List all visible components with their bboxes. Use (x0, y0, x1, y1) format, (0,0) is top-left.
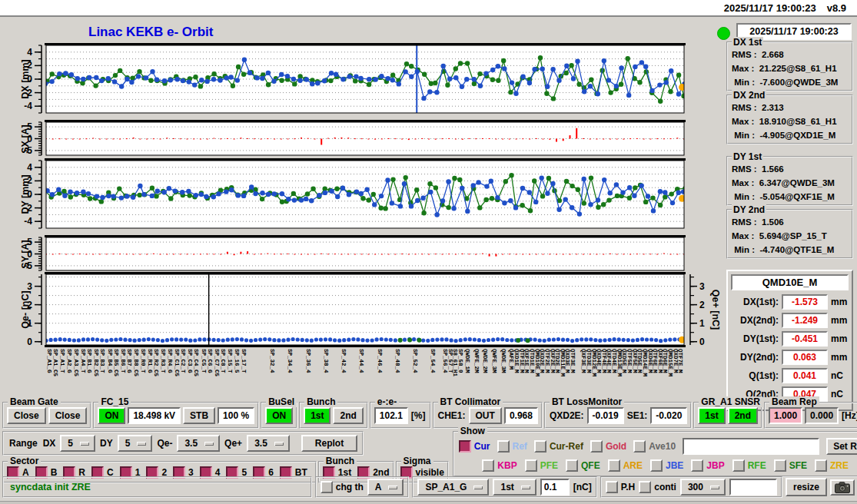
range-dy-select[interactable]: 5 (118, 435, 153, 452)
qxd2e-label: QXD2E: (549, 410, 585, 421)
show-cur-checkbox[interactable]: Cur (459, 440, 490, 453)
control-panel: Beam Gate Close Close FC_15 ON 18.498 kV… (0, 396, 857, 483)
replot-button[interactable]: Replot (301, 435, 357, 452)
monitor-select[interactable]: SP_A1_G (417, 479, 489, 496)
beam-gate-close2-button[interactable]: Close (48, 407, 88, 424)
bunch-1st-button[interactable]: 1st (304, 407, 331, 424)
svg-text:3: 3 (27, 281, 32, 292)
window-titlebar: 2025/11/17 19:00:23 v8.9 (0, 0, 857, 17)
bt-lossmonitor-group: BT LossMonitor QXD2E: -0.019 SE1: -0.020 (544, 402, 692, 429)
range-qem-select[interactable]: 3.5 (177, 435, 220, 452)
svg-text:SY [A]: SY [A] (20, 240, 31, 268)
svg-text:QWFE_2M: QWFE_2M (473, 349, 480, 373)
status-led-icon (717, 27, 730, 40)
svg-text:SP_36_4: SP_36_4 (305, 349, 311, 373)
show-kbp-checkbox[interactable]: KBP (482, 459, 517, 472)
show-rfe-checkbox[interactable]: RFE (732, 459, 766, 472)
checkbox-icon (633, 440, 646, 453)
fc15-on-button[interactable]: ON (98, 407, 125, 424)
ph-checkbox[interactable]: P.H (606, 481, 635, 493)
svg-text:SP_C4_C5: SP_C4_C5 (193, 349, 199, 377)
fc15-kv-value: 18.498 kV (128, 407, 181, 424)
beam-rep-value-1: 1.000 (769, 407, 802, 424)
bunch-group: Bunch 1st 2nd (299, 402, 368, 429)
count-input[interactable] (729, 479, 777, 496)
beam-rep-label: Beam Rep (769, 396, 819, 407)
screenshot-button[interactable] (830, 479, 855, 496)
svg-text:SP_R0_T: SP_R0_T (140, 349, 146, 373)
svg-text:SP_52_4: SP_52_4 (412, 349, 418, 373)
fc15-stb-button[interactable]: STB (183, 407, 215, 424)
beam-gate-close1-button[interactable]: Close (7, 407, 46, 424)
show-are-label: ARE (623, 460, 643, 471)
stats-title: DX 2nd (732, 90, 766, 101)
busel-group: BuSel ON (261, 402, 297, 429)
bunch-2nd-button[interactable]: 2nd (333, 407, 363, 424)
svg-text:SP_A1_G: SP_A1_G (46, 349, 52, 373)
gr-a1-snsr-label: GR_A1 SNSR (699, 396, 762, 407)
show-gold-label: Gold (606, 441, 626, 452)
show-jbe-checkbox[interactable]: JBE (650, 459, 683, 472)
beam-gate-group: Beam Gate Close Close (2, 402, 91, 429)
stats-dy-1st: DY 1st RMS : 1.566 Max : 6.347@QWDE_3M M… (726, 156, 853, 206)
monitor-row: Q(1st):0.041nC (731, 368, 849, 383)
svg-text:SP_A1_T: SP_A1_T (59, 349, 65, 373)
linac-orbit-window: { "window": { "clock": "2025/11/17 19:00… (0, 0, 857, 504)
resize-button[interactable]: resize (786, 478, 827, 496)
chg-th-checkbox[interactable]: chg th (321, 481, 364, 493)
conti-checkbox[interactable]: conti (639, 481, 676, 493)
svg-text:SP_38_4: SP_38_4 (323, 349, 329, 373)
set-ref-input[interactable] (683, 438, 819, 455)
range-dx-select[interactable]: 5 (60, 435, 95, 452)
min-value: -7.600@QWDE_3M (759, 78, 838, 87)
checkbox-icon (497, 440, 510, 453)
status-message: syncdata init ZRE (2, 476, 312, 498)
bunch-select[interactable]: 1st (493, 479, 536, 496)
dy2-value: 0.063 (782, 350, 828, 365)
dx-plot: -4-2024DX [mm] (20, 45, 687, 114)
beam-rep-hz-unit: [Hz] (841, 410, 857, 421)
orbit-plots-svg: -4-2024DX [mm]-505SX [A]-4-2024DY [mm]-5… (17, 41, 720, 396)
show-jbe-label: JBE (666, 460, 683, 471)
threshold-input[interactable] (540, 479, 570, 496)
svg-text:SP_B1_G: SP_B1_G (86, 349, 92, 373)
se1-value: -0.020 (650, 407, 687, 424)
page-title: Linac KEKB e- Orbit (88, 25, 213, 40)
show-ave10-checkbox[interactable]: Ave10 (633, 440, 676, 453)
svg-text:SP_15_T: SP_15_T (227, 349, 233, 373)
min-value: -5.054@QXF1E_M (759, 192, 835, 201)
stats-dx-2nd: DX 2nd RMS : 2.313 Max : 18.910@S8_61_H1… (726, 94, 853, 144)
range-label: Range (8, 438, 38, 449)
show-zre-checkbox[interactable]: ZRE (815, 459, 849, 472)
gra1-2nd-button[interactable]: 2nd (728, 407, 758, 424)
show-cur-ref-label: Cur-Ref (550, 441, 583, 452)
bt-collimator-label: BT Collimator (438, 396, 503, 407)
sy-plot: -505SY [A] (20, 237, 686, 271)
checkbox-icon (732, 459, 745, 472)
show-ref-checkbox[interactable]: Ref (497, 440, 527, 453)
range-qep-select[interactable]: 3.5 (247, 435, 290, 452)
show-pfe-checkbox[interactable]: PFE (525, 459, 558, 472)
rms-value: 1.566 (762, 164, 784, 174)
show-kbp-label: KBP (497, 460, 517, 471)
gra1-1st-button[interactable]: 1st (698, 407, 725, 424)
busel-on-button[interactable]: ON (265, 407, 293, 424)
show-are-checkbox[interactable]: ARE (608, 459, 643, 472)
show-cur-ref-checkbox[interactable]: Cur-Ref (534, 440, 583, 453)
count-select[interactable]: 300 (680, 479, 726, 496)
set-ref-button[interactable]: Set Ref (826, 438, 857, 455)
show-jbp-label: JBP (706, 460, 724, 471)
chg-th-select[interactable]: A (367, 479, 404, 496)
che1-out-button[interactable]: OUT (469, 407, 502, 424)
svg-text:SP_16_5: SP_16_5 (234, 349, 240, 373)
show-qfe-checkbox[interactable]: QFE (566, 459, 600, 472)
show-pfe-label: PFE (540, 460, 558, 471)
svg-text:SP_C2_T: SP_C2_T (180, 349, 186, 373)
show-jbp-checkbox[interactable]: JBP (691, 459, 724, 472)
svg-text:4: 4 (27, 162, 32, 173)
checkbox-icon (482, 459, 494, 472)
show-sfe-checkbox[interactable]: SFE (774, 459, 807, 472)
show-gold-checkbox[interactable]: Gold (590, 440, 626, 453)
checkbox-icon (815, 459, 827, 472)
sector-label: Sector (8, 456, 41, 466)
